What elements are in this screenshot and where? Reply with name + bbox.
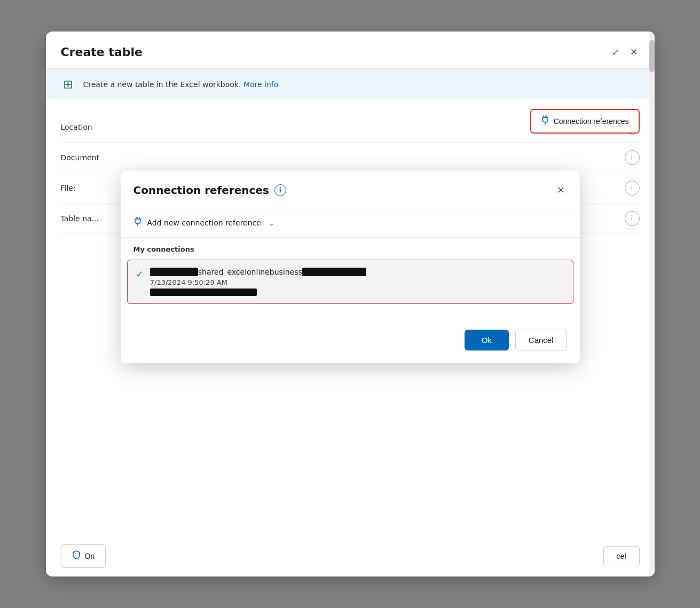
add-plug-icon	[133, 217, 142, 229]
connection-item[interactable]: ✓ shared_excelonlinebusiness 7/13/2024 9…	[127, 260, 573, 304]
connection-references-label: Connection references	[554, 117, 629, 126]
ok-button[interactable]: Ok	[465, 330, 509, 350]
main-close-button[interactable]: ✕	[628, 44, 640, 60]
document-label: Document	[61, 153, 125, 162]
shield-icon	[72, 550, 81, 562]
conn-modal-info-icon[interactable]: i	[274, 184, 286, 196]
chevron-down-icon: ⌄	[269, 219, 274, 227]
name-middle: shared_excelonlinebusiness	[198, 268, 302, 276]
my-connections-label: My connections	[121, 238, 580, 258]
connection-references-modal: Connection references i ✕ Add new connec…	[121, 170, 580, 363]
file-info-icon[interactable]: i	[625, 181, 640, 196]
header-icons: ⤢ ✕	[610, 44, 640, 60]
main-dialog: Create table ⤢ ✕ ⊞ Create a new table in…	[46, 32, 655, 576]
add-connection-row[interactable]: Add new connection reference ⌄	[121, 208, 580, 238]
table-name-info-icon[interactable]: i	[625, 211, 640, 226]
on-button[interactable]: On	[61, 544, 106, 568]
cancel-main-button[interactable]: cel	[603, 546, 640, 566]
connection-name: shared_excelonlinebusiness	[150, 268, 564, 276]
conn-modal-close-button[interactable]: ✕	[555, 182, 567, 198]
connection-references-button[interactable]: Connection references	[530, 109, 640, 134]
main-dialog-footer: On cel	[46, 536, 655, 576]
conn-modal-footer: Ok Cancel	[121, 317, 580, 363]
file-label: File:	[61, 184, 125, 192]
add-connection-label: Add new connection reference	[147, 219, 261, 227]
conn-modal-title: Connection references	[133, 184, 269, 197]
expand-button[interactable]: ⤢	[610, 44, 622, 60]
table-name-label: Table na...	[61, 214, 125, 223]
on-label: On	[85, 552, 95, 560]
check-icon: ✓	[136, 269, 144, 279]
cancel-main-label: cel	[617, 552, 626, 560]
connection-item-content: shared_excelonlinebusiness 7/13/2024 9:5…	[150, 268, 564, 296]
document-info-icon[interactable]: i	[625, 150, 640, 165]
plug-icon	[541, 115, 549, 127]
scrollbar-thumb[interactable]	[649, 40, 655, 72]
conn-modal-close-icon: ✕	[557, 185, 565, 196]
location-label: Location	[61, 123, 125, 131]
document-row: Document i	[61, 143, 640, 173]
name-prefix-redacted	[150, 268, 198, 276]
main-dialog-title: Create table	[61, 45, 143, 59]
info-banner: ⊞ Create a new table in the Excel workbo…	[46, 69, 655, 99]
excel-icon: ⊞	[61, 77, 76, 91]
connection-date: 7/13/2024 9:50:29 AM	[150, 278, 564, 286]
connection-sub	[150, 289, 564, 296]
sub-redacted	[150, 289, 257, 296]
info-banner-text: Create a new table in the Excel workbook…	[83, 80, 279, 89]
name-suffix-redacted	[302, 268, 366, 276]
cancel-button[interactable]: Cancel	[515, 330, 567, 350]
main-dialog-header: Create table ⤢ ✕	[46, 32, 655, 69]
conn-modal-header: Connection references i ✕	[121, 170, 580, 208]
conn-modal-body: Add new connection reference ⌄ My connec…	[121, 208, 580, 317]
scrollbar-track[interactable]	[649, 32, 655, 576]
expand-icon: ⤢	[612, 46, 619, 58]
more-info-link[interactable]: More info	[243, 80, 278, 89]
close-icon: ✕	[630, 46, 638, 58]
